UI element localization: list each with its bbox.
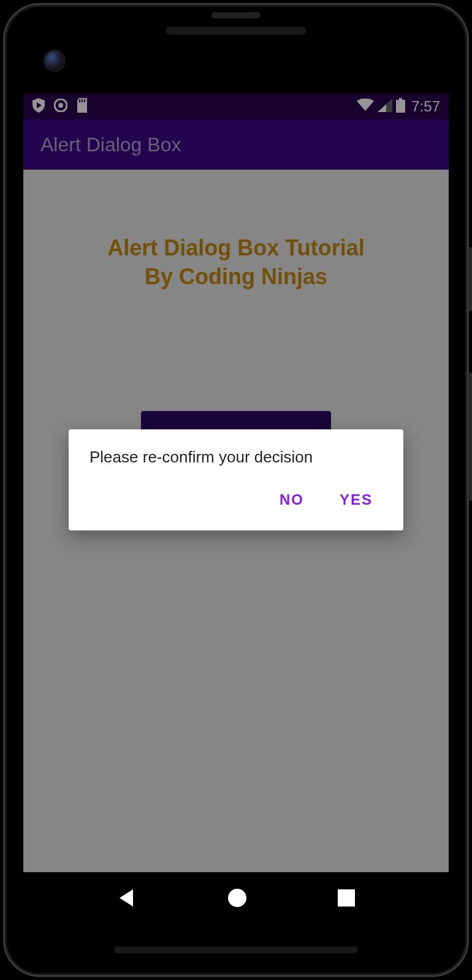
phone-side-button: [468, 372, 472, 501]
yes-button[interactable]: YES: [335, 485, 378, 514]
recents-icon[interactable]: [338, 889, 355, 909]
phone-side-button: [468, 247, 472, 311]
svg-rect-10: [338, 889, 355, 907]
dialog-message: Please re-confirm your decision: [89, 448, 383, 467]
phone-camera: [45, 51, 64, 70]
svg-marker-8: [120, 889, 133, 907]
navigation-bar: [23, 872, 449, 926]
no-button[interactable]: NO: [275, 485, 309, 514]
home-icon[interactable]: [227, 888, 248, 911]
screen: 7:57 Alert Dialog Box Alert Dialog Box T…: [23, 94, 449, 926]
svg-point-9: [228, 889, 246, 907]
alert-dialog: Please re-confirm your decision NO YES: [69, 429, 403, 530]
dialog-actions: NO YES: [89, 485, 383, 523]
phone-notch: [211, 12, 261, 18]
phone-speaker: [113, 946, 359, 954]
phone-speaker: [166, 26, 306, 35]
phone-frame: 7:57 Alert Dialog Box Alert Dialog Box T…: [3, 3, 469, 977]
back-icon[interactable]: [117, 888, 137, 910]
